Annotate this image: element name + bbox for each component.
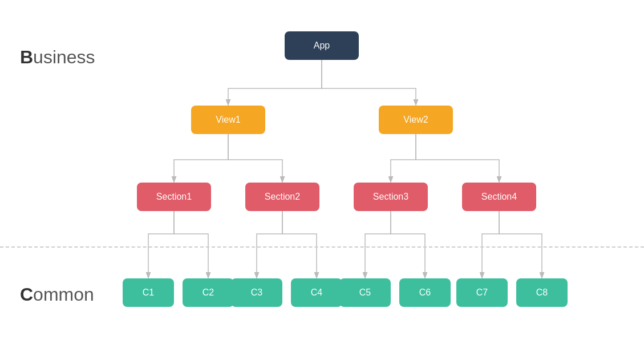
node-app-label: App bbox=[314, 41, 330, 51]
node-view1: View1 bbox=[191, 106, 265, 134]
node-section2-label: Section2 bbox=[265, 192, 300, 202]
common-bold: C bbox=[20, 284, 33, 305]
node-section4-label: Section4 bbox=[481, 192, 517, 202]
node-view1-label: View1 bbox=[216, 115, 240, 125]
node-c2-label: C2 bbox=[202, 288, 214, 298]
node-c6: C6 bbox=[399, 278, 451, 307]
node-c1-label: C1 bbox=[143, 288, 154, 298]
dashed-divider bbox=[0, 246, 644, 248]
node-c8: C8 bbox=[516, 278, 568, 307]
node-section4: Section4 bbox=[462, 183, 536, 211]
business-bold: B bbox=[20, 47, 33, 67]
node-section1: Section1 bbox=[137, 183, 211, 211]
node-c4: C4 bbox=[291, 278, 342, 307]
node-view2: View2 bbox=[379, 106, 453, 134]
node-c2: C2 bbox=[183, 278, 234, 307]
node-c1: C1 bbox=[123, 278, 174, 307]
node-section2: Section2 bbox=[245, 183, 319, 211]
node-c3-label: C3 bbox=[251, 288, 262, 298]
business-label: Business bbox=[20, 47, 95, 68]
node-c6-label: C6 bbox=[419, 288, 431, 298]
node-c4-label: C4 bbox=[311, 288, 322, 298]
node-view2-label: View2 bbox=[403, 115, 428, 125]
node-section1-label: Section1 bbox=[156, 192, 192, 202]
node-c7: C7 bbox=[456, 278, 508, 307]
node-c8-label: C8 bbox=[536, 288, 548, 298]
business-label-text: usiness bbox=[33, 47, 95, 67]
node-c3: C3 bbox=[231, 278, 282, 307]
node-app: App bbox=[285, 31, 359, 60]
diagram-container: Business Common App View1 View2 Section1… bbox=[0, 0, 644, 344]
node-section3: Section3 bbox=[354, 183, 428, 211]
node-c5-label: C5 bbox=[359, 288, 371, 298]
node-c7-label: C7 bbox=[476, 288, 488, 298]
common-label: Common bbox=[20, 284, 94, 305]
common-label-text: ommon bbox=[33, 284, 94, 305]
node-c5: C5 bbox=[339, 278, 391, 307]
node-section3-label: Section3 bbox=[373, 192, 408, 202]
